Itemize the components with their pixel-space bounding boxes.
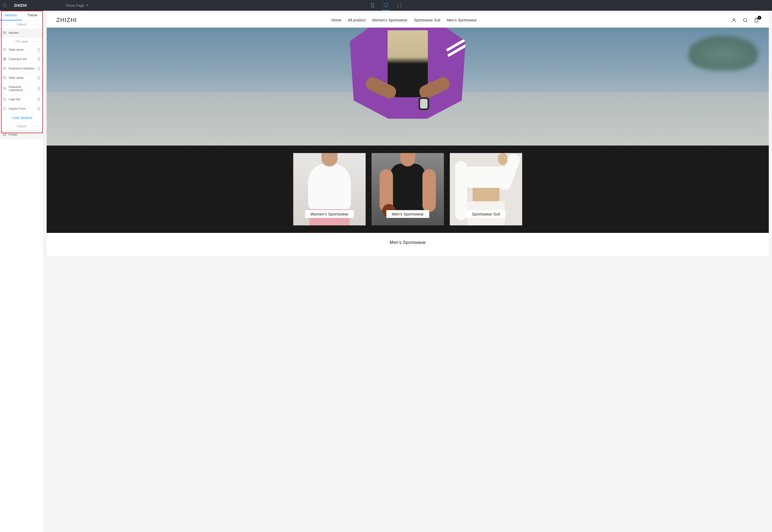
hero-figure — [333, 28, 483, 146]
svg-line-20 — [746, 21, 747, 22]
form-icon — [3, 107, 6, 110]
nav-link[interactable]: Women's Sportswear — [372, 18, 407, 22]
section-item[interactable]: Inquiry Form — [0, 104, 43, 113]
section-item-label: Slide show — [9, 76, 36, 79]
box-icon — [3, 87, 6, 90]
hero-slide[interactable] — [47, 28, 769, 146]
nav-link[interactable]: Sportswear Suit — [414, 18, 440, 22]
section-item[interactable]: Logo list — [0, 95, 43, 104]
svg-rect-9 — [3, 58, 4, 59]
sidebar-tabs: Sections Theme — [0, 11, 43, 21]
section-item-label: Featured collection — [9, 67, 36, 70]
preview-pane[interactable]: ZHIZHI Home All product Women's Sportswe… — [43, 11, 772, 532]
editor-topbar: ZHIZHI Home Page — [0, 0, 772, 11]
sections-sidebar: Sections Theme Default Header This page … — [0, 11, 43, 532]
collection-list: Women's Sportswear Men's Sportswear Spor… — [47, 146, 769, 233]
section-header-label: Header — [9, 31, 40, 34]
svg-rect-17 — [3, 135, 6, 136]
section-item-label: Slide show — [9, 48, 36, 51]
group-label-default-top: Default — [0, 21, 43, 28]
section-item-label: Logo list — [9, 98, 36, 101]
nav-link[interactable]: Home — [331, 18, 341, 22]
drag-handle-icon[interactable] — [38, 98, 40, 101]
collection-label: Women's Sportswear — [305, 210, 354, 218]
section-item[interactable]: Slide show — [0, 45, 43, 54]
svg-rect-7 — [3, 33, 6, 34]
site-header: ZHIZHI Home All product Women's Sportswe… — [47, 13, 769, 28]
add-section-button[interactable]: + Add Sections — [0, 113, 43, 122]
cart-badge: 0 — [758, 16, 761, 20]
header-icon — [3, 31, 6, 35]
svg-point-18 — [733, 18, 735, 20]
device-switcher — [370, 3, 402, 8]
cart-icon[interactable]: 0 — [754, 17, 759, 23]
footer-icon — [3, 133, 6, 136]
drag-handle-icon[interactable] — [38, 57, 40, 61]
image-icon — [3, 76, 6, 80]
collection-label: Men's Sportswear — [386, 210, 429, 218]
image-icon — [3, 48, 6, 51]
drag-handle-icon[interactable] — [38, 76, 40, 80]
svg-rect-0 — [3, 4, 6, 7]
drag-handle-icon[interactable] — [38, 48, 40, 51]
collection-label: Sportswear Suit — [466, 210, 506, 218]
sidebar-wrap: Sections Theme Default Header This page … — [0, 11, 43, 532]
collection-card[interactable]: Men's Sportswear — [372, 153, 444, 225]
grid-icon — [3, 57, 6, 61]
tab-sections[interactable]: Sections — [0, 11, 22, 20]
tab-theme[interactable]: Theme — [22, 11, 43, 20]
chevron-down-icon — [86, 4, 89, 7]
section-footer[interactable]: Footer — [0, 130, 43, 139]
svg-rect-11 — [3, 59, 4, 60]
svg-point-19 — [743, 18, 747, 21]
drag-handle-icon[interactable] — [38, 107, 40, 110]
svg-rect-16 — [3, 133, 6, 135]
section-header[interactable]: Header — [0, 28, 43, 38]
collection-card[interactable]: Women's Sportswear — [293, 153, 366, 225]
device-mobile-button[interactable] — [370, 3, 375, 8]
site-nav: Home All product Women's Sportswear Spor… — [77, 18, 731, 22]
logo-icon — [3, 97, 6, 101]
site-header-icons: 0 — [731, 17, 759, 23]
site-logo[interactable]: ZHIZHI — [56, 17, 77, 24]
drag-handle-icon[interactable] — [38, 67, 40, 70]
account-icon[interactable] — [731, 17, 737, 23]
device-desktop-button[interactable] — [383, 3, 389, 8]
section-item[interactable]: Collection list — [0, 54, 43, 64]
group-label-thispage: This page — [0, 38, 43, 45]
section-item-label: Collection list — [9, 57, 36, 61]
section-item[interactable]: Featured collections — [0, 83, 43, 95]
page-selector-label: Home Page — [66, 3, 84, 8]
back-button[interactable] — [0, 0, 10, 11]
section-footer-label: Footer — [9, 133, 40, 136]
section-item-label: Featured collections — [9, 85, 36, 92]
editor-brand: ZHIZHI — [10, 3, 31, 8]
box-icon — [3, 66, 6, 70]
section-item[interactable]: Featured collection — [0, 64, 43, 73]
nav-link[interactable]: Men's Sportswear — [447, 18, 477, 22]
site-canvas: ZHIZHI Home All product Women's Sportswe… — [47, 13, 769, 256]
svg-rect-3 — [384, 3, 388, 6]
svg-rect-12 — [5, 59, 6, 60]
svg-rect-10 — [5, 58, 6, 59]
section-item-label: Inquiry Form — [9, 107, 36, 110]
search-icon[interactable] — [743, 17, 748, 23]
featured-collection-heading: Men's Sportswear — [47, 233, 769, 256]
editor-main: Sections Theme Default Header This page … — [0, 11, 772, 532]
group-label-default-bottom: Default — [0, 122, 43, 130]
svg-rect-6 — [3, 32, 6, 32]
section-item[interactable]: Slide show — [0, 73, 43, 83]
page-selector[interactable]: Home Page — [66, 3, 89, 8]
nav-link[interactable]: All product — [348, 18, 366, 22]
topbar-left: ZHIZHI Home Page — [0, 0, 89, 11]
drag-handle-icon[interactable] — [38, 87, 40, 90]
collection-card[interactable]: Sportswear Suit — [450, 153, 522, 225]
device-fullscreen-button[interactable] — [397, 3, 402, 8]
